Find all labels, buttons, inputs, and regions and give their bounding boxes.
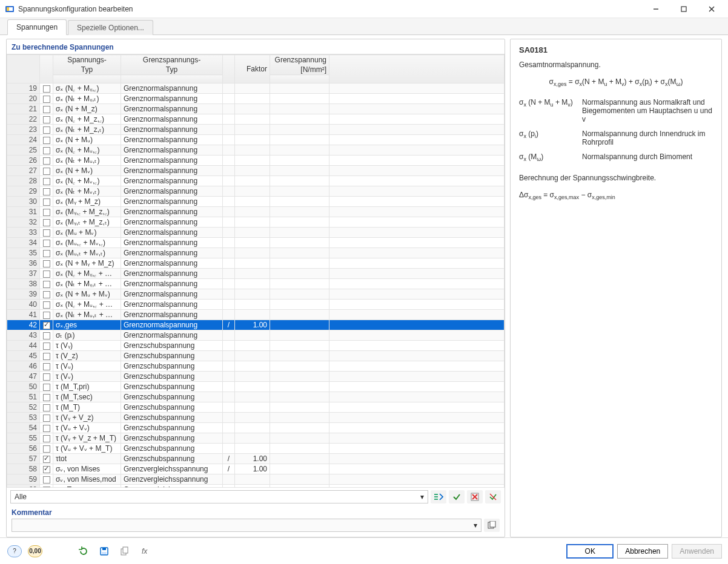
- row-checkbox[interactable]: [43, 240, 50, 247]
- row-factor[interactable]: [235, 413, 270, 423]
- row-limit-value[interactable]: [270, 228, 329, 238]
- row-limit-value[interactable]: [270, 392, 329, 402]
- row-stress-type[interactable]: σₓ (Mᵧ,ₜ + M_z,ₜ): [53, 217, 121, 228]
- row-limit-value[interactable]: [270, 176, 329, 186]
- row-factor[interactable]: [235, 485, 270, 488]
- row-stress-type[interactable]: σₓ (N꜀ + Mᵥ,꜀): [53, 176, 121, 186]
- row-limit-type[interactable]: Grenznormalspannung: [121, 330, 223, 341]
- row-limit-type[interactable]: Grenzvergleichsspannung: [121, 485, 223, 488]
- row-checkbox[interactable]: [43, 271, 50, 278]
- row-stress-type[interactable]: τ (Vᵧ): [53, 341, 121, 351]
- row-stress-type[interactable]: σₓ (Nₜ + Mᵧ,ₜ + M_z,ₜ): [53, 279, 121, 289]
- row-limit-type[interactable]: Grenznormalspannung: [121, 279, 223, 289]
- row-stress-type[interactable]: σₓ (N꜀ + M_z,꜀): [53, 114, 121, 125]
- row-checkbox-cell[interactable]: [40, 413, 53, 423]
- row-stress-type[interactable]: σₓ (Nₜ + Mᵧ,ₜ): [53, 94, 121, 104]
- row-limit-type[interactable]: Grenznormalspannung: [121, 217, 223, 228]
- help-button[interactable]: ?: [6, 543, 23, 560]
- minimize-button[interactable]: [642, 0, 670, 18]
- row-limit-value[interactable]: [270, 248, 329, 258]
- row-limit-type[interactable]: Grenzschubspannung: [121, 423, 223, 433]
- row-checkbox-cell[interactable]: [40, 300, 53, 310]
- row-factor[interactable]: [235, 135, 270, 145]
- row-stress-type[interactable]: τ (M_T,pri): [53, 382, 121, 392]
- row-limit-value[interactable]: [270, 94, 329, 104]
- row-checkbox[interactable]: [43, 188, 50, 195]
- row-limit-value[interactable]: [270, 289, 329, 300]
- row-factor[interactable]: [235, 423, 270, 433]
- row-limit-type[interactable]: Grenznormalspannung: [121, 238, 223, 248]
- row-checkbox[interactable]: [43, 466, 50, 473]
- row-checkbox[interactable]: [43, 168, 50, 175]
- function-button[interactable]: fx: [137, 543, 154, 560]
- row-limit-value[interactable]: [270, 300, 329, 310]
- row-limit-type[interactable]: Grenznormalspannung: [121, 176, 223, 186]
- filter-select[interactable]: Alle ▾: [10, 490, 428, 503]
- row-factor[interactable]: [235, 125, 270, 135]
- row-factor[interactable]: [235, 156, 270, 166]
- table-row[interactable]: 23σₓ (Nₜ + M_z,ₜ)Grenznormalspannung: [7, 125, 505, 135]
- row-factor[interactable]: [235, 300, 270, 310]
- row-factor[interactable]: [235, 217, 270, 228]
- row-limit-type[interactable]: Grenzschubspannung: [121, 454, 223, 464]
- row-checkbox-cell[interactable]: [40, 392, 53, 402]
- row-checkbox-cell[interactable]: [40, 402, 53, 413]
- row-checkbox[interactable]: [43, 198, 50, 206]
- row-checkbox-cell[interactable]: [40, 248, 53, 258]
- row-factor[interactable]: [235, 145, 270, 156]
- row-checkbox[interactable]: [43, 445, 50, 453]
- row-factor[interactable]: [235, 289, 270, 300]
- row-stress-type[interactable]: σᵥ, von Mises: [53, 464, 121, 474]
- row-limit-type[interactable]: Grenznormalspannung: [121, 104, 223, 114]
- table-row[interactable]: 28σₓ (N꜀ + Mᵥ,꜀)Grenznormalspannung: [7, 176, 505, 186]
- row-checkbox-cell[interactable]: [40, 114, 53, 125]
- row-checkbox-cell[interactable]: [40, 433, 53, 444]
- row-checkbox-cell[interactable]: [40, 217, 53, 228]
- row-stress-type[interactable]: σᵥ, von Mises,mod: [53, 474, 121, 485]
- row-checkbox[interactable]: [43, 312, 50, 319]
- table-row[interactable]: 30σₓ (Mᵧ + M_z)Grenznormalspannung: [7, 197, 505, 207]
- row-limit-value[interactable]: [270, 433, 329, 444]
- row-limit-type[interactable]: Grenznormalspannung: [121, 84, 223, 94]
- row-checkbox-cell[interactable]: [40, 320, 53, 330]
- row-stress-type[interactable]: σₓ (Nₜ + Mᵥ,ₜ): [53, 186, 121, 197]
- row-checkbox[interactable]: [43, 363, 50, 370]
- row-checkbox[interactable]: [43, 147, 50, 154]
- row-stress-type[interactable]: τ (V_z): [53, 351, 121, 361]
- row-checkbox[interactable]: [43, 219, 50, 226]
- table-row[interactable]: 56τ (Vᵤ + Vᵥ + M_T)Grenzschubspannung: [7, 444, 505, 454]
- row-checkbox[interactable]: [43, 425, 50, 432]
- row-limit-type[interactable]: Grenzschubspannung: [121, 372, 223, 382]
- row-factor[interactable]: 1.00: [235, 320, 270, 330]
- row-limit-value[interactable]: [270, 341, 329, 351]
- row-limit-type[interactable]: Grenzschubspannung: [121, 361, 223, 372]
- row-checkbox-cell[interactable]: [40, 125, 53, 135]
- row-stress-type[interactable]: σₓ (N + Mᵧ + M_z): [53, 258, 121, 269]
- row-factor[interactable]: [235, 351, 270, 361]
- row-checkbox-cell[interactable]: [40, 454, 53, 464]
- row-checkbox-cell[interactable]: [40, 382, 53, 392]
- row-checkbox-cell[interactable]: [40, 279, 53, 289]
- table-row[interactable]: 41σₓ (Nₜ + Mᵤ,ₜ + Mᵥ,ₜ)Grenznormalspannu…: [7, 310, 505, 320]
- row-stress-type[interactable]: σₓ (N꜀ + Mᵤ,꜀ + Mᵥ,꜀): [53, 300, 121, 310]
- row-checkbox-cell[interactable]: [40, 84, 53, 94]
- row-checkbox[interactable]: [43, 384, 50, 391]
- row-factor[interactable]: 1.00: [235, 454, 270, 464]
- row-stress-type[interactable]: σₓ (Nₜ + M_z,ₜ): [53, 125, 121, 135]
- row-limit-value[interactable]: [270, 269, 329, 279]
- row-checkbox-cell[interactable]: [40, 166, 53, 176]
- row-checkbox-cell[interactable]: [40, 238, 53, 248]
- row-limit-value[interactable]: [270, 464, 329, 474]
- row-limit-type[interactable]: Grenznormalspannung: [121, 269, 223, 279]
- row-checkbox-cell[interactable]: [40, 423, 53, 433]
- row-limit-value[interactable]: [270, 320, 329, 330]
- row-factor[interactable]: [235, 197, 270, 207]
- row-stress-type[interactable]: σₓ (N꜀ + Mᵤ,꜀): [53, 145, 121, 156]
- row-checkbox[interactable]: [43, 126, 50, 134]
- table-row[interactable]: 54τ (Vᵤ + Vᵥ)Grenzschubspannung: [7, 423, 505, 433]
- row-stress-type[interactable]: τ (Vᵤ): [53, 361, 121, 372]
- row-factor[interactable]: [235, 372, 270, 382]
- row-limit-value[interactable]: [270, 186, 329, 197]
- row-limit-value[interactable]: [270, 330, 329, 341]
- table-row[interactable]: 33σₓ (Mᵤ + Mᵥ)Grenznormalspannung: [7, 228, 505, 238]
